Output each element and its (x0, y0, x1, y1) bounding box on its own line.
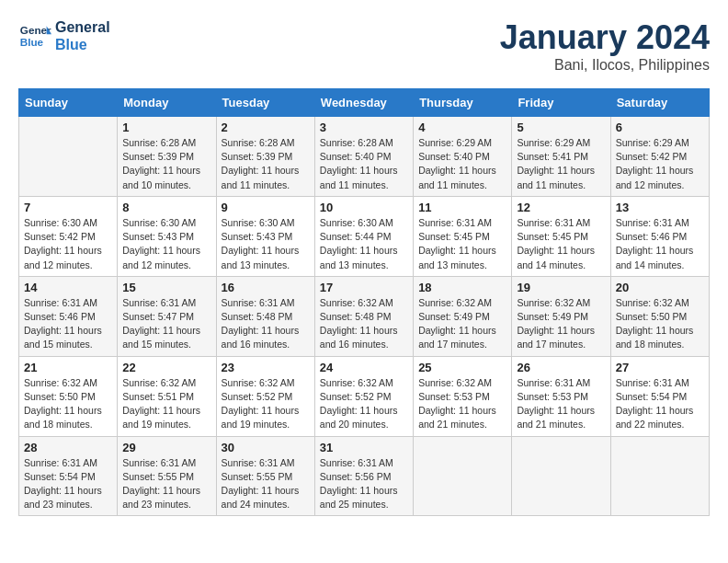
day-number: 7 (24, 201, 112, 214)
cell-info: Sunrise: 6:29 AM Sunset: 5:42 PM Dayligh… (616, 136, 704, 192)
logo-general: General (55, 18, 110, 36)
calendar-cell: 19Sunrise: 6:32 AM Sunset: 5:49 PM Dayli… (512, 276, 610, 356)
calendar-cell: 6Sunrise: 6:29 AM Sunset: 5:42 PM Daylig… (610, 117, 709, 197)
day-number: 15 (122, 281, 210, 294)
calendar-cell (414, 436, 512, 516)
cell-info: Sunrise: 6:31 AM Sunset: 5:45 PM Dayligh… (418, 216, 506, 272)
header: General Blue General Blue January 2024 B… (18, 18, 710, 74)
calendar-cell: 9Sunrise: 6:30 AM Sunset: 5:43 PM Daylig… (216, 196, 314, 276)
day-number: 17 (320, 281, 408, 294)
calendar-cell: 11Sunrise: 6:31 AM Sunset: 5:45 PM Dayli… (414, 196, 512, 276)
day-number: 30 (222, 441, 310, 454)
calendar-cell: 27Sunrise: 6:31 AM Sunset: 5:54 PM Dayli… (610, 356, 709, 436)
day-number: 19 (517, 281, 605, 294)
calendar-cell: 18Sunrise: 6:32 AM Sunset: 5:49 PM Dayli… (414, 276, 512, 356)
cell-info: Sunrise: 6:32 AM Sunset: 5:52 PM Dayligh… (222, 376, 310, 432)
day-number: 3 (320, 121, 408, 134)
calendar-cell: 10Sunrise: 6:30 AM Sunset: 5:44 PM Dayli… (314, 196, 413, 276)
cell-info: Sunrise: 6:28 AM Sunset: 5:39 PM Dayligh… (222, 136, 310, 192)
calendar-header-row: SundayMondayTuesdayWednesdayThursdayFrid… (19, 89, 710, 117)
calendar-cell: 5Sunrise: 6:29 AM Sunset: 5:41 PM Daylig… (512, 117, 610, 197)
calendar-cell: 15Sunrise: 6:31 AM Sunset: 5:47 PM Dayli… (118, 276, 216, 356)
calendar-cell: 25Sunrise: 6:32 AM Sunset: 5:53 PM Dayli… (414, 356, 512, 436)
calendar-table: SundayMondayTuesdayWednesdayThursdayFrid… (18, 88, 710, 516)
day-number: 5 (517, 121, 605, 134)
cell-info: Sunrise: 6:29 AM Sunset: 5:41 PM Dayligh… (517, 136, 605, 192)
svg-text:Blue: Blue (20, 36, 44, 48)
cell-info: Sunrise: 6:31 AM Sunset: 5:45 PM Dayligh… (517, 216, 605, 272)
calendar-cell: 30Sunrise: 6:31 AM Sunset: 5:55 PM Dayli… (216, 436, 314, 516)
calendar-cell: 22Sunrise: 6:32 AM Sunset: 5:51 PM Dayli… (118, 356, 216, 436)
day-number: 29 (122, 441, 210, 454)
cell-info: Sunrise: 6:31 AM Sunset: 5:55 PM Dayligh… (222, 456, 310, 512)
day-number: 20 (616, 281, 704, 294)
title-area: January 2024 Bani, Ilocos, Philippines (500, 18, 710, 74)
cell-info: Sunrise: 6:31 AM Sunset: 5:46 PM Dayligh… (24, 296, 112, 352)
header-saturday: Saturday (610, 89, 709, 117)
calendar-cell: 2Sunrise: 6:28 AM Sunset: 5:39 PM Daylig… (216, 117, 314, 197)
day-number: 4 (418, 121, 506, 134)
calendar-week-1: 7Sunrise: 6:30 AM Sunset: 5:42 PM Daylig… (19, 196, 710, 276)
calendar-cell: 1Sunrise: 6:28 AM Sunset: 5:39 PM Daylig… (118, 117, 216, 197)
calendar-week-2: 14Sunrise: 6:31 AM Sunset: 5:46 PM Dayli… (19, 276, 710, 356)
header-tuesday: Tuesday (216, 89, 314, 117)
day-number: 1 (122, 121, 210, 134)
cell-info: Sunrise: 6:31 AM Sunset: 5:54 PM Dayligh… (616, 376, 704, 432)
cell-info: Sunrise: 6:28 AM Sunset: 5:40 PM Dayligh… (320, 136, 408, 192)
day-number: 14 (24, 281, 112, 294)
day-number: 24 (320, 361, 408, 374)
calendar-cell: 8Sunrise: 6:30 AM Sunset: 5:43 PM Daylig… (118, 196, 216, 276)
calendar-body: 1Sunrise: 6:28 AM Sunset: 5:39 PM Daylig… (19, 117, 710, 516)
cell-info: Sunrise: 6:28 AM Sunset: 5:39 PM Dayligh… (122, 136, 210, 192)
location-title: Bani, Ilocos, Philippines (500, 57, 710, 74)
cell-info: Sunrise: 6:31 AM Sunset: 5:47 PM Dayligh… (122, 296, 210, 352)
header-friday: Friday (512, 89, 610, 117)
calendar-cell: 31Sunrise: 6:31 AM Sunset: 5:56 PM Dayli… (314, 436, 413, 516)
day-number: 12 (517, 201, 605, 214)
header-sunday: Sunday (19, 89, 118, 117)
calendar-cell (512, 436, 610, 516)
cell-info: Sunrise: 6:30 AM Sunset: 5:43 PM Dayligh… (122, 216, 210, 272)
header-wednesday: Wednesday (314, 89, 413, 117)
cell-info: Sunrise: 6:32 AM Sunset: 5:50 PM Dayligh… (616, 296, 704, 352)
day-number: 23 (222, 361, 310, 374)
day-number: 31 (320, 441, 408, 454)
day-number: 11 (418, 201, 506, 214)
cell-info: Sunrise: 6:32 AM Sunset: 5:50 PM Dayligh… (24, 376, 112, 432)
cell-info: Sunrise: 6:32 AM Sunset: 5:49 PM Dayligh… (517, 296, 605, 352)
logo-blue: Blue (55, 36, 110, 53)
calendar-cell: 28Sunrise: 6:31 AM Sunset: 5:54 PM Dayli… (19, 436, 118, 516)
calendar-week-4: 28Sunrise: 6:31 AM Sunset: 5:54 PM Dayli… (19, 436, 710, 516)
calendar-week-3: 21Sunrise: 6:32 AM Sunset: 5:50 PM Dayli… (19, 356, 710, 436)
day-number: 6 (616, 121, 704, 134)
cell-info: Sunrise: 6:30 AM Sunset: 5:42 PM Dayligh… (24, 216, 112, 272)
calendar-cell: 26Sunrise: 6:31 AM Sunset: 5:53 PM Dayli… (512, 356, 610, 436)
cell-info: Sunrise: 6:32 AM Sunset: 5:53 PM Dayligh… (418, 376, 506, 432)
cell-info: Sunrise: 6:31 AM Sunset: 5:55 PM Dayligh… (122, 456, 210, 512)
calendar-cell (610, 436, 709, 516)
day-number: 18 (418, 281, 506, 294)
day-number: 21 (24, 361, 112, 374)
cell-info: Sunrise: 6:32 AM Sunset: 5:48 PM Dayligh… (320, 296, 408, 352)
calendar-cell: 7Sunrise: 6:30 AM Sunset: 5:42 PM Daylig… (19, 196, 118, 276)
day-number: 26 (517, 361, 605, 374)
calendar-cell: 24Sunrise: 6:32 AM Sunset: 5:52 PM Dayli… (314, 356, 413, 436)
day-number: 27 (616, 361, 704, 374)
calendar-cell: 16Sunrise: 6:31 AM Sunset: 5:48 PM Dayli… (216, 276, 314, 356)
calendar-cell: 23Sunrise: 6:32 AM Sunset: 5:52 PM Dayli… (216, 356, 314, 436)
calendar-cell (19, 117, 118, 197)
month-title: January 2024 (500, 18, 710, 57)
calendar-cell: 17Sunrise: 6:32 AM Sunset: 5:48 PM Dayli… (314, 276, 413, 356)
cell-info: Sunrise: 6:32 AM Sunset: 5:51 PM Dayligh… (122, 376, 210, 432)
cell-info: Sunrise: 6:29 AM Sunset: 5:40 PM Dayligh… (418, 136, 506, 192)
calendar-cell: 3Sunrise: 6:28 AM Sunset: 5:40 PM Daylig… (314, 117, 413, 197)
header-thursday: Thursday (414, 89, 512, 117)
calendar-cell: 12Sunrise: 6:31 AM Sunset: 5:45 PM Dayli… (512, 196, 610, 276)
day-number: 10 (320, 201, 408, 214)
cell-info: Sunrise: 6:31 AM Sunset: 5:46 PM Dayligh… (616, 216, 704, 272)
cell-info: Sunrise: 6:32 AM Sunset: 5:49 PM Dayligh… (418, 296, 506, 352)
header-monday: Monday (118, 89, 216, 117)
day-number: 13 (616, 201, 704, 214)
calendar-cell: 4Sunrise: 6:29 AM Sunset: 5:40 PM Daylig… (414, 117, 512, 197)
calendar-cell: 13Sunrise: 6:31 AM Sunset: 5:46 PM Dayli… (610, 196, 709, 276)
